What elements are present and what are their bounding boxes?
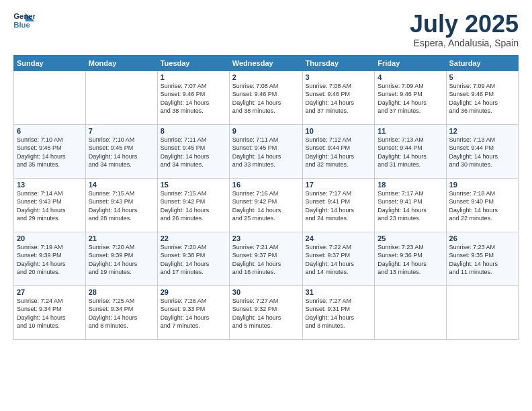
calendar-day-cell: 27Sunrise: 7:24 AM Sunset: 9:34 PM Dayli… [14, 285, 86, 339]
day-number: 8 [161, 127, 226, 135]
calendar-day-cell: 28Sunrise: 7:25 AM Sunset: 9:34 PM Dayli… [85, 285, 157, 339]
weekday-header-cell: Thursday [302, 55, 375, 71]
day-info: Sunrise: 7:23 AM Sunset: 9:36 PM Dayligh… [378, 243, 443, 277]
day-info: Sunrise: 7:15 AM Sunset: 9:43 PM Dayligh… [89, 189, 154, 223]
calendar-day-cell: 17Sunrise: 7:17 AM Sunset: 9:41 PM Dayli… [302, 178, 375, 232]
day-number: 5 [449, 73, 515, 81]
calendar-day-cell: 16Sunrise: 7:16 AM Sunset: 9:42 PM Dayli… [229, 178, 302, 232]
calendar-day-cell: 9Sunrise: 7:11 AM Sunset: 9:45 PM Daylig… [229, 124, 302, 178]
logo-icon: General Blue [13, 11, 35, 30]
weekday-header-cell: Tuesday [157, 55, 229, 71]
calendar-day-cell: 15Sunrise: 7:15 AM Sunset: 9:42 PM Dayli… [157, 178, 229, 232]
day-number: 27 [17, 288, 83, 296]
calendar-day-cell: 19Sunrise: 7:18 AM Sunset: 9:40 PM Dayli… [446, 178, 518, 232]
day-number: 26 [449, 234, 515, 242]
day-number: 24 [306, 234, 372, 242]
day-info: Sunrise: 7:17 AM Sunset: 9:41 PM Dayligh… [378, 189, 443, 223]
day-number: 14 [89, 181, 154, 189]
calendar-day-cell: 4Sunrise: 7:09 AM Sunset: 9:46 PM Daylig… [375, 71, 446, 124]
weekday-header-cell: Monday [85, 55, 157, 71]
calendar-day-cell: 31Sunrise: 7:27 AM Sunset: 9:31 PM Dayli… [302, 285, 375, 339]
day-info: Sunrise: 7:11 AM Sunset: 9:45 PM Dayligh… [232, 136, 300, 169]
calendar-day-cell: 24Sunrise: 7:22 AM Sunset: 9:37 PM Dayli… [302, 232, 375, 285]
day-info: Sunrise: 7:26 AM Sunset: 9:33 PM Dayligh… [161, 297, 226, 330]
calendar-day-cell: 13Sunrise: 7:14 AM Sunset: 9:43 PM Dayli… [14, 178, 86, 232]
day-number: 1 [161, 73, 226, 81]
day-number: 9 [232, 127, 300, 135]
weekday-header-row: SundayMondayTuesdayWednesdayThursdayFrid… [14, 55, 519, 71]
title-block: July 2025 Espera, Andalusia, Spain [410, 11, 519, 48]
day-info: Sunrise: 7:27 AM Sunset: 9:32 PM Dayligh… [232, 297, 300, 330]
day-info: Sunrise: 7:17 AM Sunset: 9:41 PM Dayligh… [306, 189, 372, 223]
calendar-day-cell: 11Sunrise: 7:13 AM Sunset: 9:44 PM Dayli… [375, 124, 446, 178]
day-number: 29 [161, 288, 226, 296]
calendar-day-cell: 26Sunrise: 7:23 AM Sunset: 9:35 PM Dayli… [446, 232, 518, 285]
day-info: Sunrise: 7:22 AM Sunset: 9:37 PM Dayligh… [306, 243, 372, 277]
calendar-day-cell: 12Sunrise: 7:13 AM Sunset: 9:44 PM Dayli… [446, 124, 518, 178]
day-info: Sunrise: 7:15 AM Sunset: 9:42 PM Dayligh… [161, 189, 226, 223]
day-info: Sunrise: 7:13 AM Sunset: 9:44 PM Dayligh… [449, 136, 515, 169]
calendar-day-cell: 8Sunrise: 7:11 AM Sunset: 9:45 PM Daylig… [157, 124, 229, 178]
calendar-week-row: 27Sunrise: 7:24 AM Sunset: 9:34 PM Dayli… [14, 285, 519, 339]
logo: General Blue [13, 11, 35, 30]
month-title: July 2025 [410, 11, 519, 38]
calendar-day-cell: 1Sunrise: 7:07 AM Sunset: 9:46 PM Daylig… [157, 71, 229, 124]
weekday-header-cell: Saturday [446, 55, 518, 71]
calendar-day-cell: 6Sunrise: 7:10 AM Sunset: 9:45 PM Daylig… [14, 124, 86, 178]
day-info: Sunrise: 7:20 AM Sunset: 9:39 PM Dayligh… [89, 243, 154, 277]
day-number: 2 [232, 73, 300, 81]
calendar-day-cell: 22Sunrise: 7:20 AM Sunset: 9:38 PM Dayli… [157, 232, 229, 285]
header: General Blue July 2025 Espera, Andalusia… [13, 11, 519, 48]
calendar-day-cell: 5Sunrise: 7:09 AM Sunset: 9:46 PM Daylig… [446, 71, 518, 124]
day-info: Sunrise: 7:24 AM Sunset: 9:34 PM Dayligh… [17, 297, 83, 330]
day-number: 21 [89, 234, 154, 242]
day-info: Sunrise: 7:14 AM Sunset: 9:43 PM Dayligh… [17, 189, 83, 223]
calendar-body: 1Sunrise: 7:07 AM Sunset: 9:46 PM Daylig… [14, 71, 519, 339]
calendar-day-cell: 23Sunrise: 7:21 AM Sunset: 9:37 PM Dayli… [229, 232, 302, 285]
calendar-week-row: 6Sunrise: 7:10 AM Sunset: 9:45 PM Daylig… [14, 124, 519, 178]
calendar-day-cell: 30Sunrise: 7:27 AM Sunset: 9:32 PM Dayli… [229, 285, 302, 339]
day-number: 15 [161, 181, 226, 189]
calendar-week-row: 13Sunrise: 7:14 AM Sunset: 9:43 PM Dayli… [14, 178, 519, 232]
weekday-header-cell: Friday [375, 55, 446, 71]
day-info: Sunrise: 7:25 AM Sunset: 9:34 PM Dayligh… [89, 297, 154, 330]
calendar-day-cell: 25Sunrise: 7:23 AM Sunset: 9:36 PM Dayli… [375, 232, 446, 285]
day-number: 19 [449, 181, 515, 189]
day-number: 12 [449, 127, 515, 135]
svg-text:Blue: Blue [13, 21, 30, 29]
day-number: 18 [378, 181, 443, 189]
calendar-day-cell: 20Sunrise: 7:19 AM Sunset: 9:39 PM Dayli… [14, 232, 86, 285]
weekday-header-cell: Wednesday [229, 55, 302, 71]
calendar-week-row: 1Sunrise: 7:07 AM Sunset: 9:46 PM Daylig… [14, 71, 519, 124]
calendar-day-cell [375, 285, 446, 339]
day-number: 4 [378, 73, 443, 81]
day-number: 7 [89, 127, 154, 135]
day-info: Sunrise: 7:12 AM Sunset: 9:44 PM Dayligh… [306, 136, 372, 169]
day-info: Sunrise: 7:09 AM Sunset: 9:46 PM Dayligh… [378, 82, 443, 116]
svg-text:General: General [13, 12, 35, 20]
day-number: 30 [232, 288, 300, 296]
day-info: Sunrise: 7:27 AM Sunset: 9:31 PM Dayligh… [306, 297, 372, 330]
day-info: Sunrise: 7:11 AM Sunset: 9:45 PM Dayligh… [161, 136, 226, 169]
calendar-day-cell: 7Sunrise: 7:10 AM Sunset: 9:45 PM Daylig… [85, 124, 157, 178]
calendar-day-cell [446, 285, 518, 339]
day-info: Sunrise: 7:19 AM Sunset: 9:39 PM Dayligh… [17, 243, 83, 277]
day-number: 16 [232, 181, 300, 189]
calendar-day-cell: 2Sunrise: 7:08 AM Sunset: 9:46 PM Daylig… [229, 71, 302, 124]
day-number: 13 [17, 181, 83, 189]
calendar-day-cell: 18Sunrise: 7:17 AM Sunset: 9:41 PM Dayli… [375, 178, 446, 232]
day-info: Sunrise: 7:13 AM Sunset: 9:44 PM Dayligh… [378, 136, 443, 169]
day-info: Sunrise: 7:10 AM Sunset: 9:45 PM Dayligh… [17, 136, 83, 169]
calendar-header: SundayMondayTuesdayWednesdayThursdayFrid… [14, 55, 519, 71]
day-info: Sunrise: 7:23 AM Sunset: 9:35 PM Dayligh… [449, 243, 515, 277]
calendar-week-row: 20Sunrise: 7:19 AM Sunset: 9:39 PM Dayli… [14, 232, 519, 285]
day-number: 31 [306, 288, 372, 296]
location: Espera, Andalusia, Spain [410, 38, 519, 48]
calendar-day-cell: 3Sunrise: 7:08 AM Sunset: 9:46 PM Daylig… [302, 71, 375, 124]
day-info: Sunrise: 7:07 AM Sunset: 9:46 PM Dayligh… [161, 82, 226, 116]
day-info: Sunrise: 7:08 AM Sunset: 9:46 PM Dayligh… [306, 82, 372, 116]
page: General Blue July 2025 Espera, Andalusia… [0, 0, 532, 411]
day-info: Sunrise: 7:18 AM Sunset: 9:40 PM Dayligh… [449, 189, 515, 223]
day-info: Sunrise: 7:21 AM Sunset: 9:37 PM Dayligh… [232, 243, 300, 277]
calendar-day-cell: 10Sunrise: 7:12 AM Sunset: 9:44 PM Dayli… [302, 124, 375, 178]
